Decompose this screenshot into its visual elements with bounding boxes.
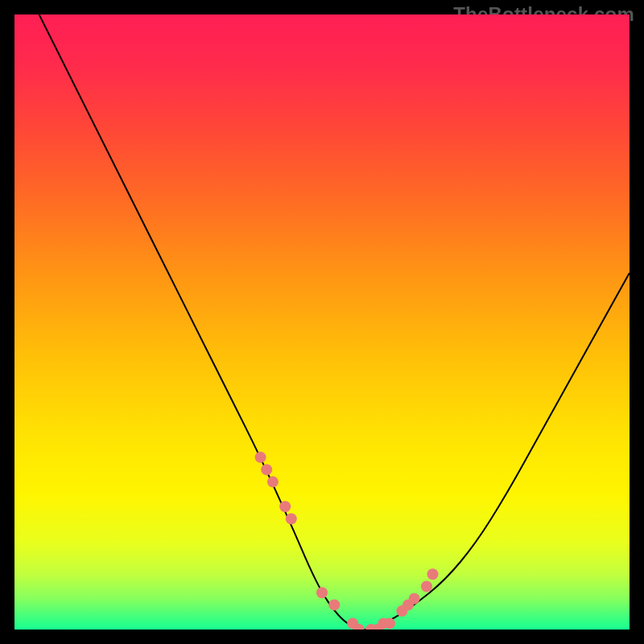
gradient-background [14,14,630,630]
marker-dot [328,599,340,610]
marker-dot [279,501,291,512]
marker-dot [421,581,432,592]
bottleneck-chart [14,14,630,630]
marker-dot [409,593,420,605]
marker-dot [255,452,266,463]
marker-dot [267,477,279,488]
marker-dot [316,587,328,598]
marker-dot [261,464,272,475]
chart-stage: TheBottleneck.com [0,0,644,644]
marker-dot [384,617,395,629]
plot-area [14,14,630,630]
marker-dot [286,514,297,525]
marker-dot [427,568,439,580]
